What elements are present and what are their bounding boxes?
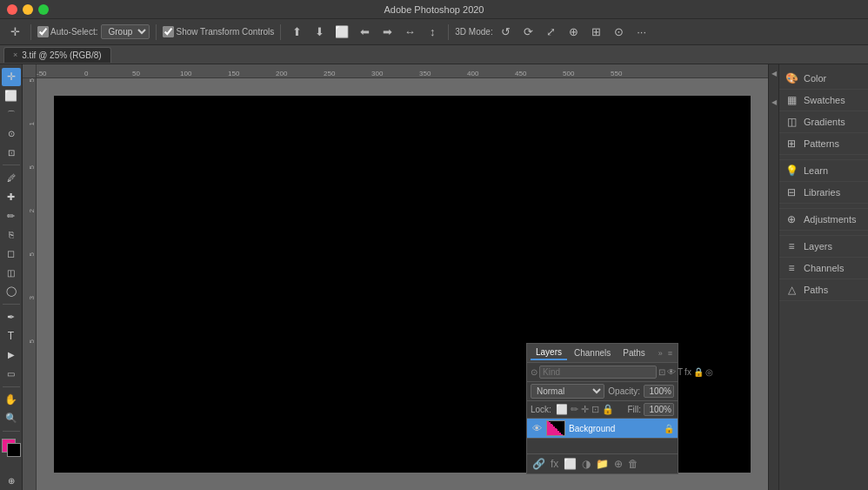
fx-btn[interactable]: fx xyxy=(549,457,560,471)
link-layers-btn[interactable]: 🔗 xyxy=(531,457,547,471)
opacity-input[interactable] xyxy=(644,385,674,398)
delete-layer-btn[interactable]: 🗑 xyxy=(626,457,640,471)
3d-rotate-btn[interactable]: ↺ xyxy=(497,23,516,42)
layers-label: Layers xyxy=(804,241,832,252)
panel-menu-btn[interactable]: ≡ xyxy=(666,348,674,359)
learn-icon: 💡 xyxy=(785,164,798,178)
panel-item-patterns[interactable]: ⊞ Patterns xyxy=(779,133,868,155)
align-middle-btn[interactable]: ⬇ xyxy=(310,23,329,42)
auto-select-checkbox[interactable] xyxy=(37,26,49,37)
blend-mode-select[interactable]: Normal xyxy=(531,384,604,399)
panel-item-gradients[interactable]: ◫ Gradients xyxy=(779,111,868,133)
align-right-btn[interactable]: ↔ xyxy=(400,23,419,42)
doc-tab[interactable]: × 3.tif @ 25% (RGB/8) xyxy=(3,47,111,63)
tab-paths[interactable]: Paths xyxy=(618,346,651,359)
panel-item-learn[interactable]: 💡 Learn xyxy=(779,160,868,182)
zoom-btn[interactable]: 🔍 xyxy=(2,410,21,428)
transform-controls-group: Show Transform Controls xyxy=(163,26,274,37)
rectangular-marquee-btn[interactable]: ⬜ xyxy=(2,87,21,105)
lasso-btn[interactable]: ⌒ xyxy=(2,105,21,124)
panel-item-color[interactable]: 🎨 Color xyxy=(779,68,868,90)
pen-btn[interactable]: ✒ xyxy=(2,308,21,326)
panel-expand-btn[interactable]: » xyxy=(657,348,664,359)
3d-scale-btn[interactable]: ⊞ xyxy=(587,23,606,42)
eyedropper-btn[interactable]: 🖉 xyxy=(2,169,21,187)
align-bottom-btn[interactable]: ⬜ xyxy=(332,23,351,42)
lock-draw-icon[interactable]: ✏ xyxy=(571,404,578,415)
lock-pixels-icon[interactable]: ⬜ xyxy=(556,404,568,415)
mask-btn[interactable]: ⬜ xyxy=(562,457,578,471)
panel-item-paths[interactable]: △ Paths xyxy=(779,279,868,301)
collapse-arrow-top[interactable]: ◀ xyxy=(770,68,778,79)
3d-slide-btn[interactable]: ⊕ xyxy=(564,23,584,42)
doc-tab-close[interactable]: × xyxy=(13,50,17,59)
color-icon: 🎨 xyxy=(785,71,798,85)
fill-input[interactable] xyxy=(644,403,674,416)
maximize-button[interactable] xyxy=(38,4,49,15)
ruler-tick: 450 xyxy=(515,70,526,77)
more-options-btn[interactable]: ··· xyxy=(632,23,651,42)
brush-btn[interactable]: ✏ xyxy=(2,207,21,225)
healing-btn[interactable]: ✚ xyxy=(2,188,21,206)
hand-btn[interactable]: ✋ xyxy=(2,391,21,409)
move-tool-btn[interactable]: ✛ xyxy=(2,68,21,86)
color-swatch[interactable] xyxy=(2,439,21,457)
extra-tools-btn[interactable]: ⊕ xyxy=(2,472,21,490)
auto-select-dropdown[interactable]: Group xyxy=(101,24,150,39)
filter-visible-icon[interactable]: 👁 xyxy=(667,367,676,377)
clone-stamp-btn[interactable]: ⎘ xyxy=(2,225,21,244)
3d-pan-btn[interactable]: ⤢ xyxy=(542,23,561,42)
ruler-tick-v: 5 xyxy=(28,78,36,82)
eraser-btn[interactable]: ◻ xyxy=(2,245,21,263)
swatches-icon: ▦ xyxy=(785,93,798,107)
dodge-btn[interactable]: ◯ xyxy=(2,283,21,301)
filter-toggle[interactable]: ◎ xyxy=(705,367,713,377)
patterns-label: Patterns xyxy=(804,138,839,149)
panel-item-swatches[interactable]: ▦ Swatches xyxy=(779,90,868,111)
align-left-btn[interactable]: ⬅ xyxy=(355,23,374,42)
tab-layers[interactable]: Layers xyxy=(531,346,567,360)
dist-h-btn[interactable]: ↕ xyxy=(423,23,442,42)
lock-all-icon[interactable]: 🔒 xyxy=(602,404,614,415)
panel-item-channels[interactable]: ≡ Channels xyxy=(779,258,868,279)
align-top-btn[interactable]: ⬆ xyxy=(287,23,306,42)
quick-select-btn[interactable]: ⊙ xyxy=(2,124,21,143)
minimize-button[interactable] xyxy=(23,4,33,15)
layers-search-input[interactable] xyxy=(539,366,657,379)
filter-lock-icon[interactable]: 🔒 xyxy=(693,367,704,377)
background-color[interactable] xyxy=(7,443,21,457)
3d-roll-btn[interactable]: ⟳ xyxy=(519,23,538,42)
align-center-btn[interactable]: ➡ xyxy=(377,23,397,42)
tool-sep-3 xyxy=(3,386,20,387)
auto-select-label: Auto-Select: xyxy=(50,27,97,37)
adjustment-btn[interactable]: ◑ xyxy=(580,457,592,471)
close-button[interactable] xyxy=(7,4,17,15)
layer-item[interactable]: 👁 Background 🔒 xyxy=(527,419,678,439)
collapse-arrow-bottom[interactable]: ◀ xyxy=(770,97,778,108)
crop-btn[interactable]: ⊡ xyxy=(2,144,21,162)
ruler-tick-v: 5 xyxy=(28,252,36,256)
type-btn[interactable]: T xyxy=(2,327,21,346)
panel-item-adjustments[interactable]: ⊕ Adjustments xyxy=(779,209,868,231)
lock-move-icon[interactable]: ✛ xyxy=(581,404,589,415)
new-layer-btn[interactable]: ⊕ xyxy=(612,457,624,471)
path-selection-btn[interactable]: ▶ xyxy=(2,346,21,365)
layers-search-row: ⊙ ⊡ 👁 T fx 🔒 ◎ xyxy=(527,363,678,382)
gradient-btn[interactable]: ◫ xyxy=(2,264,21,282)
filter-icon[interactable]: ⊡ xyxy=(658,367,665,377)
shape-btn[interactable]: ▭ xyxy=(2,365,21,383)
layer-lock-icon: 🔒 xyxy=(664,424,674,433)
transform-controls-checkbox[interactable] xyxy=(163,26,174,37)
move-tool-options-icon[interactable]: ✛ xyxy=(5,23,24,42)
tab-channels[interactable]: Channels xyxy=(569,346,616,359)
fill-label: Fill: xyxy=(627,405,641,414)
lock-artboard-icon[interactable]: ⊡ xyxy=(591,404,599,415)
3d-camera-btn[interactable]: ⊙ xyxy=(610,23,629,42)
main-layout: ✛ ⬜ ⌒ ⊙ ⊡ 🖉 ✚ ✏ ⎘ ◻ ◫ ◯ ✒ T ▶ ▭ ✋ 🔍 ⊕ xyxy=(0,64,868,490)
layer-visibility-toggle[interactable]: 👁 xyxy=(531,422,543,434)
group-btn[interactable]: 📁 xyxy=(594,457,611,471)
panel-item-layers[interactable]: ≡ Layers xyxy=(779,236,868,258)
filter-fx-icon[interactable]: fx xyxy=(684,367,691,377)
filter-link-icon[interactable]: T xyxy=(678,367,683,377)
panel-item-libraries[interactable]: ⊟ Libraries xyxy=(779,182,868,204)
